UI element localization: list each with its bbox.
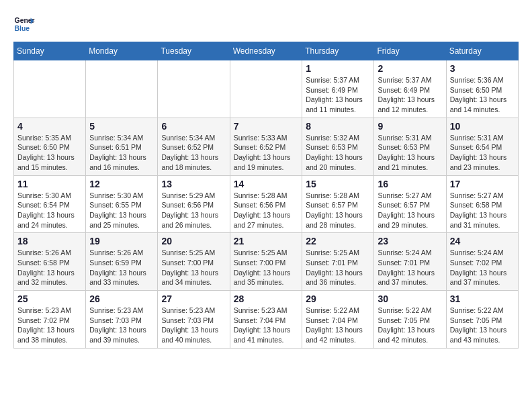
calendar-cell: 29Sunrise: 5:22 AMSunset: 7:04 PMDayligh… bbox=[302, 291, 374, 349]
calendar-cell: 10Sunrise: 5:31 AMSunset: 6:54 PMDayligh… bbox=[446, 118, 518, 175]
day-number: 8 bbox=[306, 121, 370, 132]
day-number: 1 bbox=[306, 63, 370, 74]
calendar-cell: 17Sunrise: 5:27 AMSunset: 6:58 PMDayligh… bbox=[446, 175, 518, 233]
day-number: 10 bbox=[450, 121, 515, 132]
day-info: Sunrise: 5:31 AMSunset: 6:54 PMDaylight:… bbox=[450, 133, 515, 173]
day-number: 2 bbox=[378, 63, 442, 74]
day-number: 13 bbox=[161, 179, 226, 189]
day-info: Sunrise: 5:23 AMSunset: 7:02 PMDaylight:… bbox=[17, 306, 82, 345]
day-number: 20 bbox=[161, 236, 226, 246]
day-number: 6 bbox=[161, 121, 226, 132]
calendar-cell: 4Sunrise: 5:35 AMSunset: 6:50 PMDaylight… bbox=[14, 118, 86, 175]
weekday-header-monday: Monday bbox=[86, 42, 158, 60]
day-info: Sunrise: 5:35 AMSunset: 6:50 PMDaylight:… bbox=[17, 133, 82, 173]
calendar-cell: 7Sunrise: 5:33 AMSunset: 6:52 PMDaylight… bbox=[230, 118, 302, 175]
day-number: 4 bbox=[17, 121, 82, 132]
day-number: 15 bbox=[306, 179, 370, 189]
day-number: 21 bbox=[234, 236, 298, 246]
calendar-cell: 18Sunrise: 5:26 AMSunset: 6:58 PMDayligh… bbox=[14, 233, 86, 291]
day-info: Sunrise: 5:27 AMSunset: 6:58 PMDaylight:… bbox=[450, 191, 515, 230]
day-info: Sunrise: 5:33 AMSunset: 6:52 PMDaylight:… bbox=[234, 133, 298, 173]
day-number: 28 bbox=[234, 293, 298, 304]
day-number: 31 bbox=[450, 293, 515, 304]
weekday-header-sunday: Sunday bbox=[14, 42, 86, 60]
day-number: 27 bbox=[161, 293, 226, 304]
weekday-header-friday: Friday bbox=[374, 42, 446, 60]
day-number: 17 bbox=[450, 179, 515, 189]
calendar-cell bbox=[158, 60, 230, 118]
calendar-cell: 13Sunrise: 5:29 AMSunset: 6:56 PMDayligh… bbox=[158, 175, 230, 233]
day-number: 25 bbox=[17, 293, 82, 304]
day-info: Sunrise: 5:31 AMSunset: 6:53 PMDaylight:… bbox=[378, 133, 442, 173]
calendar-cell: 30Sunrise: 5:22 AMSunset: 7:05 PMDayligh… bbox=[374, 291, 446, 349]
week-row-2: 4Sunrise: 5:35 AMSunset: 6:50 PMDaylight… bbox=[14, 118, 519, 175]
week-row-1: 1Sunrise: 5:37 AMSunset: 6:49 PMDaylight… bbox=[14, 60, 519, 118]
day-number: 30 bbox=[378, 293, 442, 304]
calendar-cell: 22Sunrise: 5:25 AMSunset: 7:01 PMDayligh… bbox=[302, 233, 374, 291]
calendar-table: SundayMondayTuesdayWednesdayThursdayFrid… bbox=[13, 42, 519, 349]
week-row-5: 25Sunrise: 5:23 AMSunset: 7:02 PMDayligh… bbox=[14, 291, 519, 349]
day-number: 18 bbox=[17, 236, 82, 246]
logo: General Blue bbox=[13, 13, 35, 35]
calendar-cell: 2Sunrise: 5:37 AMSunset: 6:49 PMDaylight… bbox=[374, 60, 446, 118]
calendar-cell: 9Sunrise: 5:31 AMSunset: 6:53 PMDaylight… bbox=[374, 118, 446, 175]
day-info: Sunrise: 5:30 AMSunset: 6:55 PMDaylight:… bbox=[89, 191, 154, 230]
calendar-cell: 5Sunrise: 5:34 AMSunset: 6:51 PMDaylight… bbox=[86, 118, 158, 175]
calendar-cell: 23Sunrise: 5:24 AMSunset: 7:01 PMDayligh… bbox=[374, 233, 446, 291]
day-number: 14 bbox=[234, 179, 298, 189]
day-info: Sunrise: 5:26 AMSunset: 6:59 PMDaylight:… bbox=[89, 248, 154, 287]
calendar-cell: 26Sunrise: 5:23 AMSunset: 7:03 PMDayligh… bbox=[86, 291, 158, 349]
day-info: Sunrise: 5:28 AMSunset: 6:56 PMDaylight:… bbox=[234, 191, 298, 230]
day-info: Sunrise: 5:37 AMSunset: 6:49 PMDaylight:… bbox=[378, 75, 442, 115]
day-info: Sunrise: 5:32 AMSunset: 6:53 PMDaylight:… bbox=[306, 133, 370, 173]
day-info: Sunrise: 5:36 AMSunset: 6:50 PMDaylight:… bbox=[450, 75, 515, 115]
calendar-cell: 31Sunrise: 5:22 AMSunset: 7:05 PMDayligh… bbox=[446, 291, 518, 349]
day-info: Sunrise: 5:24 AMSunset: 7:02 PMDaylight:… bbox=[450, 248, 515, 287]
weekday-header-wednesday: Wednesday bbox=[230, 42, 302, 60]
calendar-cell: 11Sunrise: 5:30 AMSunset: 6:54 PMDayligh… bbox=[14, 175, 86, 233]
day-info: Sunrise: 5:26 AMSunset: 6:58 PMDaylight:… bbox=[17, 248, 82, 287]
day-info: Sunrise: 5:29 AMSunset: 6:56 PMDaylight:… bbox=[161, 191, 226, 230]
logo-icon: General Blue bbox=[13, 13, 35, 35]
day-info: Sunrise: 5:25 AMSunset: 7:00 PMDaylight:… bbox=[234, 248, 298, 287]
day-number: 26 bbox=[89, 293, 154, 304]
calendar-cell bbox=[14, 60, 86, 118]
calendar-cell: 15Sunrise: 5:28 AMSunset: 6:57 PMDayligh… bbox=[302, 175, 374, 233]
day-info: Sunrise: 5:34 AMSunset: 6:52 PMDaylight:… bbox=[161, 133, 226, 173]
calendar-cell: 28Sunrise: 5:23 AMSunset: 7:04 PMDayligh… bbox=[230, 291, 302, 349]
calendar-cell bbox=[86, 60, 158, 118]
day-info: Sunrise: 5:28 AMSunset: 6:57 PMDaylight:… bbox=[306, 191, 370, 230]
calendar-cell: 25Sunrise: 5:23 AMSunset: 7:02 PMDayligh… bbox=[14, 291, 86, 349]
calendar-cell bbox=[230, 60, 302, 118]
day-info: Sunrise: 5:23 AMSunset: 7:04 PMDaylight:… bbox=[234, 306, 298, 345]
day-number: 5 bbox=[89, 121, 154, 132]
calendar-cell: 8Sunrise: 5:32 AMSunset: 6:53 PMDaylight… bbox=[302, 118, 374, 175]
day-info: Sunrise: 5:22 AMSunset: 7:05 PMDaylight:… bbox=[450, 306, 515, 345]
day-info: Sunrise: 5:34 AMSunset: 6:51 PMDaylight:… bbox=[89, 133, 154, 173]
calendar-cell: 1Sunrise: 5:37 AMSunset: 6:49 PMDaylight… bbox=[302, 60, 374, 118]
weekday-header-row: SundayMondayTuesdayWednesdayThursdayFrid… bbox=[14, 42, 519, 60]
day-info: Sunrise: 5:24 AMSunset: 7:01 PMDaylight:… bbox=[378, 248, 442, 287]
svg-text:Blue: Blue bbox=[15, 25, 30, 32]
calendar-cell: 21Sunrise: 5:25 AMSunset: 7:00 PMDayligh… bbox=[230, 233, 302, 291]
calendar-cell: 19Sunrise: 5:26 AMSunset: 6:59 PMDayligh… bbox=[86, 233, 158, 291]
calendar-cell: 16Sunrise: 5:27 AMSunset: 6:57 PMDayligh… bbox=[374, 175, 446, 233]
weekday-header-tuesday: Tuesday bbox=[158, 42, 230, 60]
day-number: 7 bbox=[234, 121, 298, 132]
calendar-cell: 27Sunrise: 5:23 AMSunset: 7:03 PMDayligh… bbox=[158, 291, 230, 349]
day-info: Sunrise: 5:25 AMSunset: 7:01 PMDaylight:… bbox=[306, 248, 370, 287]
calendar-cell: 3Sunrise: 5:36 AMSunset: 6:50 PMDaylight… bbox=[446, 60, 518, 118]
calendar-cell: 20Sunrise: 5:25 AMSunset: 7:00 PMDayligh… bbox=[158, 233, 230, 291]
day-info: Sunrise: 5:30 AMSunset: 6:54 PMDaylight:… bbox=[17, 191, 82, 230]
day-number: 22 bbox=[306, 236, 370, 246]
day-info: Sunrise: 5:23 AMSunset: 7:03 PMDaylight:… bbox=[89, 306, 154, 345]
week-row-4: 18Sunrise: 5:26 AMSunset: 6:58 PMDayligh… bbox=[14, 233, 519, 291]
day-number: 11 bbox=[17, 179, 82, 189]
day-number: 16 bbox=[378, 179, 442, 189]
day-info: Sunrise: 5:22 AMSunset: 7:05 PMDaylight:… bbox=[378, 306, 442, 345]
day-number: 19 bbox=[89, 236, 154, 246]
page-header: General Blue bbox=[13, 13, 519, 35]
day-number: 29 bbox=[306, 293, 370, 304]
calendar-cell: 24Sunrise: 5:24 AMSunset: 7:02 PMDayligh… bbox=[446, 233, 518, 291]
week-row-3: 11Sunrise: 5:30 AMSunset: 6:54 PMDayligh… bbox=[14, 175, 519, 233]
